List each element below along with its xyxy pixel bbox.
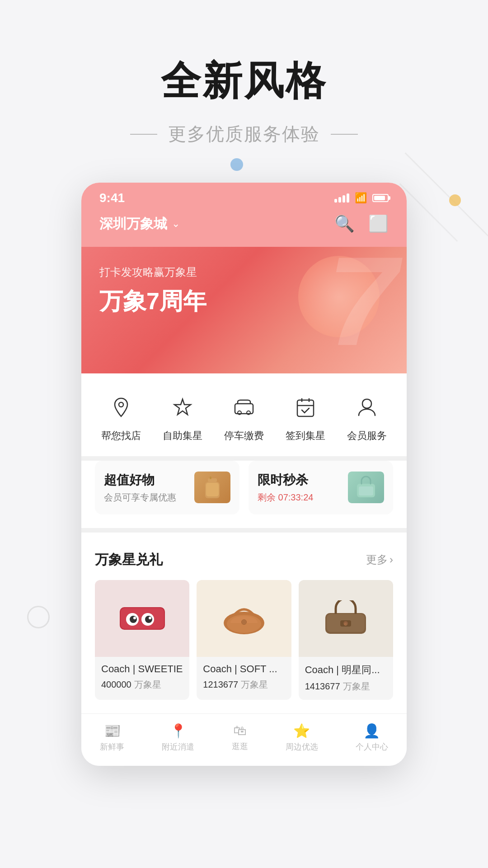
- collect-stars-label: 自助集星: [163, 429, 202, 443]
- svg-point-0: [119, 402, 123, 407]
- header-icons: 🔍 ⬜: [334, 214, 389, 233]
- reward-name-3: Coach | 明星同...: [305, 663, 387, 677]
- promo-card-flash[interactable]: 限时秒杀 剩余 07:33:24: [249, 461, 393, 514]
- wifi-icon: 📶: [355, 192, 367, 204]
- rewards-more-chevron: ›: [389, 553, 393, 566]
- quick-action-find-store[interactable]: 帮您找店: [94, 392, 148, 443]
- svg-rect-11: [359, 486, 373, 495]
- nav-label-nearby: 附近消遣: [162, 741, 194, 752]
- perfume-image: [194, 472, 230, 503]
- nav-label-browse: 逛逛: [232, 741, 248, 752]
- signal-bar-3: [343, 195, 345, 203]
- bag-image: [348, 472, 384, 503]
- find-store-label: 帮您找店: [101, 429, 141, 443]
- promo-card-value[interactable]: 超值好物 会员可享专属优惠: [95, 461, 239, 514]
- rewards-section: 万象星兑礼 更多 ›: [81, 537, 407, 709]
- nav-item-browse[interactable]: 🛍 逛逛: [227, 723, 253, 752]
- quick-action-collect-stars[interactable]: 自助集星: [155, 392, 210, 443]
- nav-icon-nearby: 📍: [170, 723, 187, 739]
- banner[interactable]: 7 打卡发攻略赢万象星 万象7周年: [81, 247, 407, 373]
- nav-item-news[interactable]: 📰 新鲜事: [95, 723, 129, 752]
- subtitle-dash-right: [331, 134, 358, 135]
- banner-title: 万象7周年: [99, 286, 389, 317]
- signal-bars: [334, 193, 349, 203]
- battery-icon: [372, 194, 389, 202]
- svg-rect-5: [297, 400, 314, 416]
- nav-item-nearby-picks[interactable]: ⭐ 周边优选: [281, 723, 323, 752]
- reward-image-1: [95, 580, 189, 657]
- rewards-grid: Coach | SWEETIE 400000 万象星: [95, 580, 393, 700]
- page-subtitle: 更多优质服务体验: [168, 122, 320, 146]
- reward-star-count-2: 1213677: [203, 679, 238, 690]
- svg-rect-7: [210, 476, 211, 479]
- reward-name-2: Coach | SOFT ...: [203, 663, 285, 675]
- quick-actions: 帮您找店 自助集星 停: [81, 373, 407, 456]
- section-divider-1: [81, 456, 407, 461]
- rewards-more-button[interactable]: 更多 ›: [366, 552, 393, 567]
- promo-title-value: 超值好物: [104, 472, 176, 489]
- signal-bar-2: [338, 197, 341, 203]
- page-header: 全新风格 更多优质服务体验: [0, 0, 488, 165]
- rewards-more-label: 更多: [366, 552, 388, 567]
- promo-desc-value: 会员可享专属优惠: [104, 491, 176, 504]
- nav-icon-news: 📰: [104, 723, 121, 739]
- status-time: 9:41: [99, 191, 125, 205]
- reward-stars-3: 1413677 万象星: [305, 680, 387, 693]
- reward-info-3: Coach | 明星同... 1413677 万象星: [299, 657, 393, 700]
- promo-image-flash: [348, 472, 384, 503]
- parking-label: 停车缴费: [224, 429, 264, 443]
- reward-item-1[interactable]: Coach | SWEETIE 400000 万象星: [95, 580, 189, 700]
- nav-label-profile: 个人中心: [356, 741, 388, 752]
- reward-name-1: Coach | SWEETIE: [101, 663, 183, 675]
- svg-text:C: C: [344, 622, 347, 626]
- collect-stars-icon: [167, 392, 198, 423]
- battery-fill: [374, 196, 385, 200]
- signal-bar-4: [347, 193, 349, 203]
- chevron-down-icon: ⌄: [172, 218, 180, 230]
- promo-content-value: 超值好物 会员可享专属优惠: [104, 472, 176, 504]
- reward-image-2: [197, 580, 291, 657]
- promo-content-flash: 限时秒杀 剩余 07:33:24: [258, 472, 313, 504]
- scan-icon[interactable]: ⬜: [368, 214, 389, 233]
- subtitle-row: 更多优质服务体验: [27, 122, 461, 146]
- checkin-label: 签到集星: [286, 429, 325, 443]
- reward-item-2[interactable]: Coach | SOFT ... 1213677 万象星: [197, 580, 291, 700]
- promo-title-flash: 限时秒杀: [258, 472, 313, 489]
- reward-stars-1: 400000 万象星: [101, 679, 183, 691]
- quick-action-member[interactable]: 会员服务: [340, 392, 394, 443]
- banner-small-text: 打卡发攻略赢万象星: [99, 265, 389, 279]
- nav-item-nearby[interactable]: 📍 附近消遣: [157, 723, 199, 752]
- svg-rect-9: [206, 483, 219, 496]
- svg-marker-1: [174, 399, 191, 415]
- rewards-title: 万象星兑礼: [95, 551, 163, 569]
- promo-image-value: [194, 472, 230, 503]
- quick-action-checkin[interactable]: 签到集星: [278, 392, 333, 443]
- svg-point-16: [130, 616, 137, 623]
- find-store-icon: [105, 392, 137, 423]
- phone-mockup-wrapper: 9:41 📶 深圳万象城 ⌄ 🔍: [0, 165, 488, 766]
- reward-star-unit-2: 万象星: [241, 679, 268, 691]
- search-icon[interactable]: 🔍: [334, 214, 355, 233]
- signal-bar-1: [334, 199, 337, 203]
- reward-item-3[interactable]: C Coach | 明星同... 1413677 万象星: [299, 580, 393, 700]
- reward-info-1: Coach | SWEETIE 400000 万象星: [95, 657, 189, 698]
- location-selector[interactable]: 深圳万象城 ⌄: [99, 215, 180, 233]
- promo-section: 超值好物 会员可享专属优惠 限时秒杀: [81, 461, 407, 528]
- reward-stars-2: 1213677 万象星: [203, 679, 285, 691]
- section-divider-2: [81, 528, 407, 533]
- reward-star-count-3: 1413677: [305, 681, 340, 692]
- rewards-header: 万象星兑礼 更多 ›: [95, 551, 393, 569]
- app-header: 深圳万象城 ⌄ 🔍 ⬜: [81, 210, 407, 247]
- svg-point-17: [145, 616, 152, 623]
- svg-rect-6: [208, 478, 217, 482]
- svg-point-18: [133, 617, 136, 619]
- nav-icon-browse: 🛍: [233, 723, 247, 738]
- bottom-nav: 📰 新鲜事 📍 附近消遣 🛍 逛逛 ⭐ 周边优选 👤 个人中心: [81, 713, 407, 766]
- location-text: 深圳万象城: [99, 215, 167, 233]
- svg-rect-23: [242, 620, 246, 624]
- promo-timer: 剩余 07:33:24: [258, 491, 313, 504]
- parking-icon: [228, 392, 260, 423]
- quick-action-parking[interactable]: 停车缴费: [217, 392, 271, 443]
- svg-point-19: [149, 617, 151, 619]
- nav-item-profile[interactable]: 👤 个人中心: [351, 723, 393, 752]
